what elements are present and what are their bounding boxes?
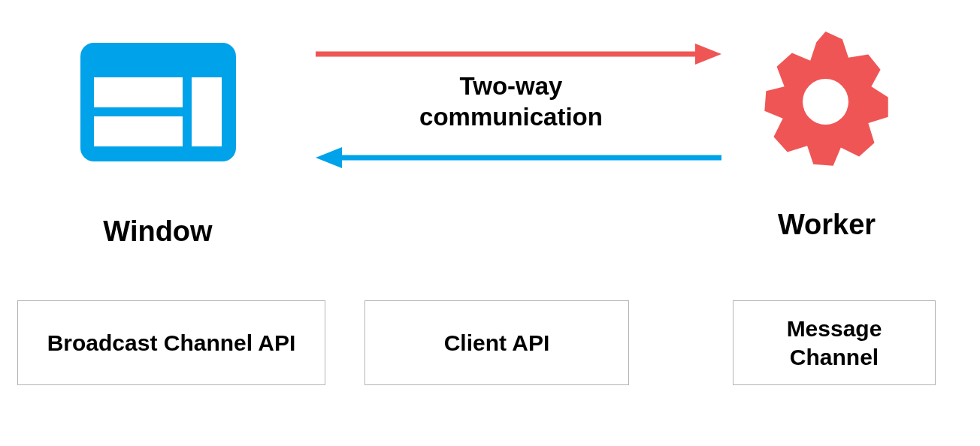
arrow-right-icon — [316, 39, 721, 69]
window-pane — [94, 116, 183, 146]
svg-marker-4 — [316, 147, 342, 168]
communication-label-line: Two-way — [460, 72, 563, 100]
window-pane — [192, 77, 222, 146]
svg-point-0 — [803, 79, 848, 125]
window-icon — [80, 43, 236, 161]
arrow-left-icon — [316, 143, 721, 173]
gear-icon — [749, 26, 902, 178]
communication-label: Two-way communication — [316, 71, 706, 133]
api-box-client: Client API — [364, 300, 629, 385]
communication-label-line: communication — [419, 103, 603, 131]
svg-marker-2 — [695, 44, 721, 65]
api-box-broadcast: Broadcast Channel API — [17, 300, 325, 385]
window-label: Window — [0, 215, 316, 248]
window-pane — [94, 77, 183, 107]
worker-label: Worker — [710, 209, 943, 241]
api-box-message: Message Channel — [733, 300, 936, 385]
